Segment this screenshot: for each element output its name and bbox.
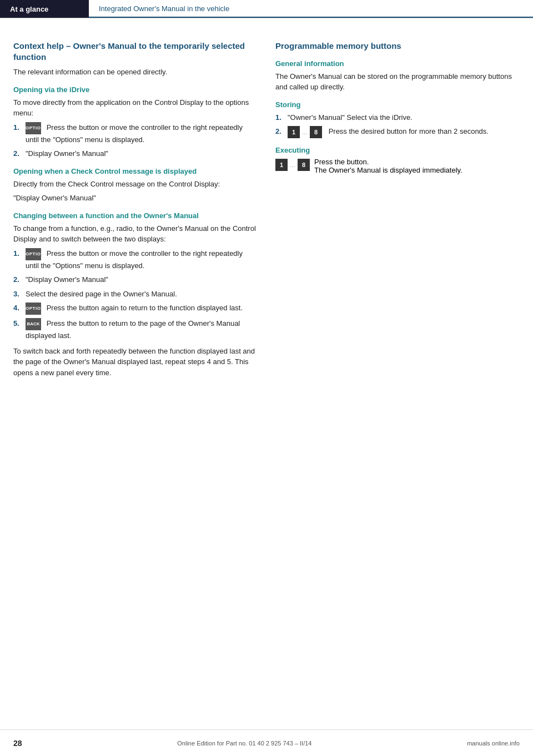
page-header: At a glance Integrated Owner's Manual in…: [0, 0, 533, 18]
back-icon: BACK: [26, 318, 41, 330]
subsection-storing-title: Storing: [275, 100, 520, 109]
mem-btn-1: 1: [288, 126, 300, 138]
step-num: 4.: [13, 303, 26, 314]
list-item: 5. BACK Press the button to return to th…: [13, 318, 258, 341]
check-control-body: Directly from the Check Control message …: [13, 179, 258, 190]
list-item: 2. "Display Owner's Manual": [13, 148, 258, 159]
list-item: 2. "Display Owner's Manual": [13, 274, 258, 285]
right-column: Programmable memory buttons General info…: [275, 41, 520, 381]
left-intro-text: The relevant information can be opened d…: [13, 67, 258, 78]
mem-dots: …: [302, 128, 309, 137]
opening-idrive-steps: 1. OPTION Press the button or move the c…: [13, 122, 258, 159]
changing-closing-text: To switch back and forth repeatedly betw…: [13, 346, 258, 379]
step-content: Select the desired page in the Owner's M…: [26, 289, 258, 300]
main-content: Context help – Owner's Manual to the tem…: [0, 27, 533, 415]
list-item: 1. OPTION Press the button or move the c…: [13, 248, 258, 271]
subsection-executing-title: Executing: [275, 146, 520, 154]
header-left-tab: At a glance: [0, 0, 89, 18]
execute-result-text: The Owner's Manual is displayed immediat…: [314, 166, 462, 174]
page-footer: 28 Online Edition for Part no. 01 40 2 9…: [0, 729, 533, 756]
changing-steps: 1. OPTION Press the button or move the c…: [13, 248, 258, 341]
option-icon: OPTION: [26, 303, 41, 315]
header-right-label: Integrated Owner's Manual in the vehicle: [99, 4, 229, 13]
step-num: 2.: [13, 148, 26, 159]
step-num: 3.: [13, 289, 26, 300]
step-text: Press the button or move the controller …: [26, 123, 243, 144]
storing-steps: 1. "Owner's Manual" Select via the iDriv…: [275, 112, 520, 139]
step-content: "Owner's Manual" Select via the iDrive.: [288, 112, 520, 123]
executing-line1: Press the button. The Owner's Manual is …: [314, 158, 462, 174]
footer-page-number: 28: [13, 739, 22, 748]
footer-center-text: Online Edition for Part no. 01 40 2 925 …: [177, 740, 311, 747]
subsection-changing-title: Changing between a function and the Owne…: [13, 211, 258, 220]
mem-range-icon: 1 … 8: [288, 126, 323, 138]
subsection-check-control-title: Opening when a Check Control message is …: [13, 167, 258, 175]
step-content: OPTION Press the button again to return …: [26, 303, 258, 315]
general-info-body: The Owner's Manual can be stored on the …: [275, 71, 520, 93]
list-item: 1. OPTION Press the button or move the c…: [13, 122, 258, 145]
list-item: 3. Select the desired page in the Owner'…: [13, 289, 258, 300]
step-num: 2.: [13, 274, 26, 285]
list-item: 1. "Owner's Manual" Select via the iDriv…: [275, 112, 520, 123]
step-num: 1.: [275, 112, 288, 123]
header-divider: [0, 18, 533, 18]
mem-btn-1-exec: 1: [275, 159, 288, 171]
step-num: 2.: [275, 126, 288, 137]
subsection-general-info-title: General information: [275, 59, 520, 68]
step-content: "Display Owner's Manual": [26, 148, 258, 159]
step-content: "Display Owner's Manual": [26, 274, 258, 285]
subsection-opening-idrive-title: Opening via the iDrive: [13, 85, 258, 94]
step-content: BACK Press the button to return to the p…: [26, 318, 258, 341]
step-text: Press the desired button for more than 2…: [329, 127, 489, 135]
header-right-tab: Integrated Owner's Manual in the vehicle: [89, 0, 533, 18]
check-control-quote: "Display Owner's Manual": [13, 193, 258, 204]
step-content: 1 … 8 Press the desired button for more …: [288, 126, 520, 138]
right-section-title: Programmable memory buttons: [275, 41, 520, 52]
list-item: 4. OPTION Press the button again to retu…: [13, 303, 258, 315]
changing-body: To change from a function, e.g., radio, …: [13, 223, 258, 245]
mem-range-icon-exec: 1 … 8: [275, 159, 311, 171]
option-icon: OPTION: [26, 122, 41, 134]
executing-block: 1 … 8 Press the button. The Owner's Manu…: [275, 158, 520, 174]
step-text: Press the button to return to the page o…: [26, 319, 240, 340]
step-num: 1.: [13, 248, 26, 259]
left-section-title: Context help – Owner's Manual to the tem…: [13, 41, 258, 62]
mem-dots-exec: …: [290, 162, 296, 168]
option-icon: OPTION: [26, 248, 41, 260]
mem-btn-8-exec: 8: [298, 159, 310, 171]
step-content: OPTION Press the button or move the cont…: [26, 248, 258, 271]
mem-btn-8: 8: [310, 126, 322, 138]
step-text: Press the button or move the controller …: [26, 249, 243, 270]
step-num: 1.: [13, 122, 26, 133]
step-content: OPTION Press the button or move the cont…: [26, 122, 258, 145]
opening-idrive-body: To move directly from the application on…: [13, 97, 258, 119]
execute-press-text: Press the button.: [314, 158, 369, 166]
footer-right-text: manuals online.info: [467, 740, 520, 747]
step-num: 5.: [13, 318, 26, 329]
step-text: Press the button again to return to the …: [47, 304, 243, 312]
header-left-label: At a glance: [10, 5, 48, 13]
list-item: 2. 1 … 8 Press the desired button for mo…: [275, 126, 520, 138]
left-column: Context help – Owner's Manual to the tem…: [13, 41, 258, 381]
